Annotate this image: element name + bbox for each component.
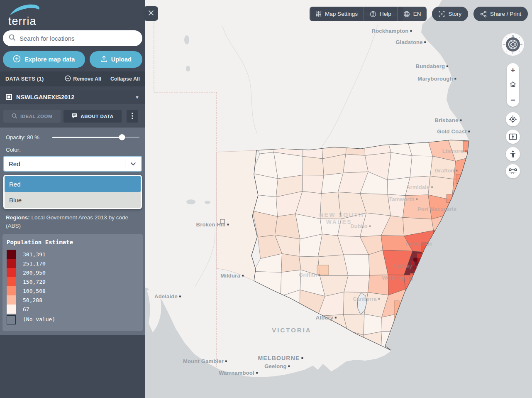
- minus-circle-icon: [65, 75, 71, 83]
- legend-title: Population Estimate: [7, 239, 139, 246]
- legend-label: 50,288: [23, 297, 42, 303]
- color-label: Color:: [0, 142, 145, 156]
- settings-group: Map Settings Help EN: [310, 7, 427, 21]
- legend-swatch: [7, 277, 16, 286]
- dataset-title: NSWLGANEXIS2012: [16, 94, 131, 101]
- legend-row: (No value): [7, 314, 139, 324]
- opacity-slider-thumb[interactable]: [119, 134, 125, 140]
- legend-row: 67: [7, 305, 139, 314]
- regions-info: Regions: Local Government Areas 2013 by …: [0, 209, 145, 230]
- collapse-all-button[interactable]: Collapse All: [110, 76, 140, 82]
- measure-tool-button[interactable]: [506, 164, 520, 178]
- text-cursor: [8, 160, 8, 168]
- magnifier-icon: [12, 113, 17, 120]
- legend-row: 251,170: [7, 259, 139, 268]
- legend-swatch: [7, 315, 16, 324]
- close-icon: [148, 10, 154, 18]
- workbench-item-header[interactable]: NSWLGANEXIS2012 ▼: [0, 90, 145, 104]
- close-panel-button[interactable]: [144, 6, 158, 21]
- chevron-down-icon[interactable]: [125, 162, 141, 166]
- language-label: EN: [413, 11, 421, 17]
- chevron-down-icon[interactable]: ▼: [135, 95, 139, 100]
- item-menu-button[interactable]: [127, 110, 138, 123]
- legend-row: 301,391: [7, 250, 139, 259]
- sidebar-empty-area: [0, 335, 145, 398]
- language-button[interactable]: EN: [397, 7, 427, 21]
- help-icon: [370, 11, 376, 17]
- legend-label: 67: [23, 306, 29, 312]
- workbench-item: NSWLGANEXIS2012 ▼ IDEAL ZOOM ABOUT DATA: [0, 90, 145, 398]
- map-settings-button[interactable]: Map Settings: [310, 7, 364, 21]
- help-button[interactable]: Help: [364, 7, 397, 21]
- upload-label: Upload: [111, 56, 132, 63]
- remove-all-label: Remove All: [73, 76, 101, 82]
- workbench-buttons: IDEAL ZOOM ABOUT DATA: [0, 104, 145, 128]
- location-search[interactable]: [3, 30, 142, 46]
- legend-row: 200,950: [7, 268, 139, 277]
- dataset-checkbox[interactable]: [6, 94, 12, 100]
- share-icon: [480, 11, 487, 17]
- story-button[interactable]: Story: [432, 7, 468, 21]
- legend-label: (No value): [23, 316, 55, 322]
- remove-all-button[interactable]: Remove All: [65, 75, 101, 83]
- color-select[interactable]: Red: [3, 156, 142, 172]
- story-icon: [439, 11, 445, 17]
- explore-map-data-button[interactable]: Explore map data: [3, 51, 85, 68]
- terria-swoosh-icon: [8, 3, 46, 16]
- basemap-svg: [145, 0, 532, 398]
- kebab-menu-icon: [132, 113, 133, 120]
- search-icon: [9, 34, 16, 43]
- legend-row: 50,288: [7, 295, 139, 305]
- person-icon: [510, 150, 516, 158]
- sliders-icon: [315, 11, 322, 17]
- search-input[interactable]: [20, 35, 137, 42]
- color-dropdown-list: RedBlue: [3, 175, 142, 209]
- explore-label: Explore map data: [24, 56, 75, 63]
- color-option-blue[interactable]: Blue: [5, 192, 141, 208]
- pedestrian-mode-button[interactable]: [506, 147, 520, 161]
- opacity-slider[interactable]: [52, 134, 139, 140]
- legend-label: 251,170: [23, 260, 46, 267]
- terria-logo: terria: [0, 0, 145, 28]
- legend-swatch: [7, 268, 16, 277]
- color-option-red[interactable]: Red: [5, 176, 141, 192]
- compass-control[interactable]: N: [501, 33, 525, 56]
- workbench-item-settings: Opacity: 80 % Color: Red R: [0, 128, 145, 335]
- ideal-zoom-button[interactable]: IDEAL ZOOM: [3, 110, 61, 123]
- target-icon: [509, 115, 517, 123]
- zoom-out-button[interactable]: −: [510, 96, 515, 104]
- legend-swatch: [7, 286, 16, 295]
- datasets-bar: DATA SETS (1) Remove All Collapse All: [0, 71, 145, 86]
- share-print-label: Share / Print: [490, 11, 521, 17]
- plus-circle-icon: [13, 55, 21, 64]
- geolocation-button[interactable]: [506, 112, 520, 126]
- zoom-control: + −: [507, 63, 519, 107]
- chat-bubble-icon: [71, 113, 78, 120]
- logo-wordmark: terria: [8, 15, 145, 28]
- map-viewport[interactable]: RockhamptonGladstoneBundabergMaryborough…: [145, 0, 532, 398]
- legend-label: 301,391: [23, 251, 46, 258]
- map-settings-label: Map Settings: [325, 11, 358, 17]
- legend-swatch: [7, 250, 16, 259]
- legend-row: 100,508: [7, 286, 139, 295]
- legend-label: 150,729: [23, 279, 46, 285]
- legend: Population Estimate 301,391251,170200,95…: [2, 234, 143, 331]
- about-data-button[interactable]: ABOUT DATA: [63, 110, 122, 123]
- legend-swatch: [7, 295, 16, 305]
- legend-swatch: [7, 259, 16, 268]
- legend-row: 150,729: [7, 277, 139, 286]
- share-print-button[interactable]: Share / Print: [473, 7, 528, 21]
- map-toolbar-right: Map Settings Help EN: [310, 7, 528, 21]
- legend-label: 200,950: [23, 270, 46, 276]
- globe-icon: [403, 11, 410, 17]
- home-button[interactable]: [509, 81, 517, 90]
- about-data-label: ABOUT DATA: [81, 114, 113, 119]
- collapse-all-label: Collapse All: [110, 76, 140, 82]
- split-screen-button[interactable]: [506, 130, 520, 144]
- split-screen-icon: [509, 133, 517, 140]
- legend-swatch: [7, 305, 16, 314]
- help-label: Help: [380, 11, 391, 17]
- upload-button[interactable]: Upload: [90, 51, 142, 68]
- color-select-value: Red: [9, 160, 125, 167]
- zoom-in-button[interactable]: +: [510, 66, 515, 74]
